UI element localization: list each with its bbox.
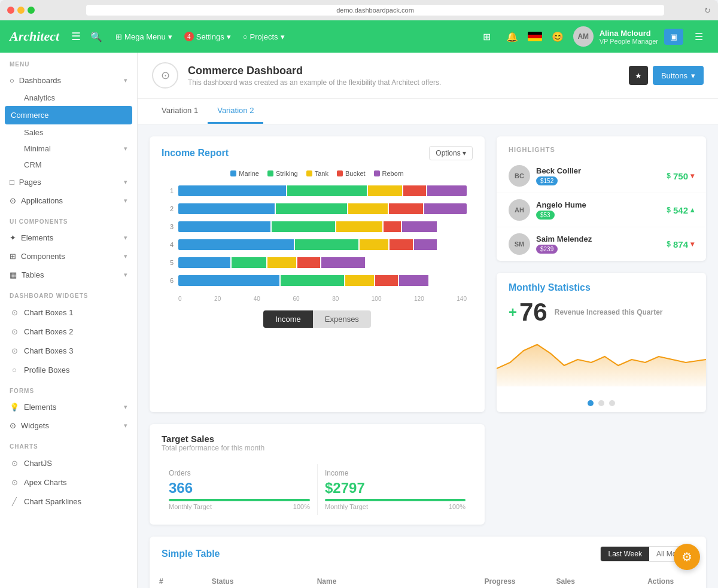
sidebar-item-chart-sparklines[interactable]: ╱ Chart Sparklines xyxy=(0,492,137,511)
settings-button[interactable]: 4 Settings ▾ xyxy=(178,28,237,45)
sidebar-subitem-commerce[interactable]: Commerce xyxy=(5,106,132,124)
target-stat-orders: Orders 366 Monthly Target 100% xyxy=(162,464,317,515)
buttons-dropdown[interactable]: Buttons ▾ xyxy=(653,66,704,85)
highlight-name-2: Angelo Hume xyxy=(536,200,586,209)
income-pct: 100% xyxy=(449,503,466,510)
tab-variation1[interactable]: Variation 1 xyxy=(152,99,208,124)
highlights-card: HIGHLIGHTS BC Beck Collier $152 $ 750 ▾ xyxy=(497,136,706,261)
main-content: ⊙ Commerce Dashboard This dashboard was … xyxy=(138,53,718,588)
chart-toggle: Income Expenses xyxy=(162,310,473,328)
target-sales-title: Target Sales xyxy=(162,434,473,444)
target-sales-header: Target Sales Total performance for this … xyxy=(150,424,485,457)
nav-menu-icon[interactable]: ☰ xyxy=(689,27,708,46)
bar-row-2: 2 xyxy=(168,203,467,214)
expenses-toggle[interactable]: Expenses xyxy=(313,310,371,328)
sparklines-icon: ╱ xyxy=(10,496,19,506)
highlight-badge-2: $53 xyxy=(536,211,555,220)
highlight-amount-3: $ 874 ▾ xyxy=(667,239,694,249)
bar-chart: 1 2 xyxy=(162,185,473,302)
menu-section-label: MENU xyxy=(0,53,137,71)
bar-label: 1 xyxy=(168,187,174,194)
applications-icon: ⊙ xyxy=(10,196,16,205)
mega-menu-button[interactable]: ⊞ Mega Menu ▾ xyxy=(109,29,178,45)
sidebar-item-form-widgets[interactable]: ⊙ Widgets ▾ xyxy=(0,416,137,435)
income-toggle[interactable]: Income xyxy=(263,310,313,328)
sidebar-item-chart-boxes-2[interactable]: ⊙ Chart Boxes 2 xyxy=(0,322,137,341)
elements-icon: ✦ xyxy=(10,233,16,242)
chartjs-icon: ⊙ xyxy=(10,458,19,468)
chevron-icon: ▾ xyxy=(124,403,127,411)
chartbox3-icon: ⊙ xyxy=(10,346,19,355)
nav-right: ⊞ 🔔 😊 AM Alina Mclourd VP People Manager… xyxy=(477,26,708,47)
bar-row-1: 1 xyxy=(168,185,467,196)
bar-container xyxy=(178,203,467,214)
sidebar-subitem-minimal[interactable]: Minimal ▾ xyxy=(0,141,137,157)
highlight-info-1: Beck Collier $152 xyxy=(536,166,581,185)
sidebar-item-chart-boxes-1[interactable]: ⊙ Chart Boxes 1 xyxy=(0,303,137,322)
sidebar-subitem-analytics[interactable]: Analytics xyxy=(0,90,137,106)
highlight-amount-1: $ 750 ▾ xyxy=(667,171,694,181)
col-header-sales: Sales xyxy=(547,571,638,588)
sidebar-item-applications[interactable]: ⊙ Applications ▾ xyxy=(0,191,137,210)
monthly-dot-1[interactable] xyxy=(588,400,594,406)
search-icon[interactable]: 🔍 xyxy=(90,31,102,42)
browser-chrome: demo.dashboardpack.com ↻ xyxy=(0,0,718,20)
tab-variation2[interactable]: Variation 2 xyxy=(208,99,263,124)
grid-icon[interactable]: ⊞ xyxy=(477,27,497,46)
sidebar-item-dashboards[interactable]: ○ Dashboards ▾ xyxy=(0,71,137,90)
sidebar-item-components[interactable]: ⊞ Components ▾ xyxy=(0,247,137,266)
pages-icon: □ xyxy=(10,178,14,187)
hamburger-icon[interactable]: ☰ xyxy=(71,30,81,43)
sidebar-item-form-elements[interactable]: 💡 Elements ▾ xyxy=(0,398,137,416)
highlights-title: HIGHLIGHTS xyxy=(497,136,706,159)
options-button[interactable]: Options ▾ xyxy=(429,146,473,160)
form-elements-icon: 💡 xyxy=(10,403,19,412)
chevron-icon: ▾ xyxy=(124,77,127,84)
sidebar-item-tables[interactable]: ▦ Tables ▾ xyxy=(0,266,137,284)
avatar[interactable]: AM xyxy=(573,26,594,47)
income-report-body: Marine Striking Tank xyxy=(150,170,485,340)
monthly-dot-3[interactable] xyxy=(609,400,615,406)
chevron-icon: ▾ xyxy=(124,252,127,260)
orders-pct: 100% xyxy=(293,503,310,510)
profile-icon: ○ xyxy=(10,365,19,374)
sidebar-item-chart-boxes-3[interactable]: ⊙ Chart Boxes 3 xyxy=(0,341,137,360)
orders-monthly: Monthly Target xyxy=(169,503,212,510)
sidebar: MENU ○ Dashboards ▾ Analytics Commerce S… xyxy=(0,53,138,588)
star-button[interactable]: ★ xyxy=(629,66,648,85)
sidebar-subitem-sales[interactable]: Sales xyxy=(0,124,137,141)
emoji-icon[interactable]: 😊 xyxy=(548,27,567,46)
sidebar-item-apex-charts[interactable]: ⊙ Apex Charts xyxy=(0,473,137,492)
monthly-description: Revenue Increased this Quarter xyxy=(555,308,663,316)
sidebar-item-chartjs[interactable]: ⊙ ChartJS xyxy=(0,453,137,473)
monthly-dots xyxy=(497,394,706,412)
highlight-name-1: Beck Collier xyxy=(536,166,581,175)
table-card-header: Simple Table Last Week All Month xyxy=(150,537,706,571)
browser-dots xyxy=(7,7,35,14)
last-week-button[interactable]: Last Week xyxy=(601,547,649,561)
sidebar-item-elements[interactable]: ✦ Elements ▾ xyxy=(0,229,137,247)
simple-table-card: Simple Table Last Week All Month # Statu… xyxy=(150,537,706,588)
sidebar-item-profile-boxes[interactable]: ○ Profile Boxes xyxy=(0,360,137,379)
monthly-stats-card: Monthly Statistics + 76 Revenue Increase… xyxy=(497,273,706,412)
income-label: Income xyxy=(325,469,466,477)
sidebar-item-pages[interactable]: □ Pages ▾ xyxy=(0,173,137,191)
monthly-dot-2[interactable] xyxy=(598,400,604,406)
bar-row-6: 6 xyxy=(168,275,467,286)
projects-button[interactable]: ○ Projects ▾ xyxy=(237,29,291,45)
sidebar-subitem-crm[interactable]: CRM xyxy=(0,157,137,173)
bar-label: 4 xyxy=(168,241,174,248)
chevron-icon: ▾ xyxy=(124,145,127,153)
bar-row-5: 5 xyxy=(168,257,467,268)
page-header: ⊙ Commerce Dashboard This dashboard was … xyxy=(138,53,718,99)
nav-action-button[interactable]: ▣ xyxy=(664,29,683,45)
flag-icon[interactable] xyxy=(528,32,542,41)
income-value: $2797 xyxy=(325,480,466,496)
user-name: Alina Mclourd xyxy=(600,29,658,38)
address-bar[interactable]: demo.dashboardpack.com xyxy=(86,5,664,16)
page-subtitle: This dashboard was created as an example… xyxy=(188,78,441,87)
settings-fab[interactable]: ⚙ xyxy=(674,544,700,570)
charts-label: CHARTS xyxy=(0,435,137,453)
top-navbar: Architect ☰ 🔍 ⊞ Mega Menu ▾ 4 Settings ▾… xyxy=(0,20,718,53)
notification-icon[interactable]: 🔔 xyxy=(503,27,522,46)
